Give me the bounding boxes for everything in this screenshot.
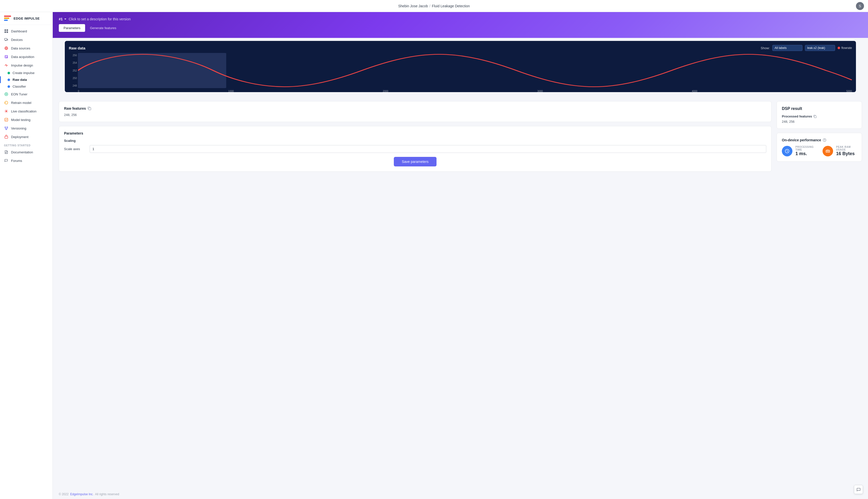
x-tick-1000: 1000 (228, 90, 234, 93)
sidebar-label-forums: Forums (11, 159, 22, 163)
sidebar-item-data-sources[interactable]: Data sources (0, 44, 52, 52)
sidebar-label-versioning: Versioning (11, 126, 26, 130)
sidebar-item-data-acq[interactable]: Data acquisition (0, 52, 52, 61)
svg-rect-18 (5, 136, 8, 138)
dot-raw-data (8, 78, 10, 81)
y-tick-4: 254 (69, 61, 77, 64)
sidebar-item-devices[interactable]: Devices (0, 35, 52, 44)
svg-rect-28 (827, 151, 827, 151)
svg-rect-4 (4, 38, 7, 40)
svg-rect-2 (4, 32, 6, 33)
x-tick-2000: 2000 (383, 90, 388, 93)
x-tick-3000: 3000 (537, 90, 543, 93)
sidebar-label-live: Live classification (11, 109, 36, 113)
retrain-icon (4, 100, 9, 105)
sidebar-label-eon-tuner: EON Tuner (11, 93, 27, 96)
peak-ram-icon (822, 146, 833, 156)
sidebar-item-classifier[interactable]: Classifier (0, 83, 52, 90)
sidebar-item-dashboard[interactable]: Dashboard (0, 27, 52, 35)
show-select[interactable]: All labels (772, 45, 803, 51)
live-icon (4, 109, 9, 113)
sidebar-item-retrain[interactable]: Retrain model (0, 98, 52, 107)
save-parameters-button[interactable]: Save parameters (394, 157, 437, 167)
chat-button[interactable] (854, 485, 863, 494)
copyright: © 2022 (59, 492, 69, 496)
processing-time-item: PROCESSING TIME 1 ms. (782, 146, 817, 156)
raw-features-card: Raw features 248, 256 (59, 101, 772, 122)
avatar[interactable]: S (856, 2, 864, 10)
content-area: Raw features 248, 256 Parameters Scaling… (53, 101, 868, 489)
testing-icon (4, 118, 9, 122)
sidebar-label-data-sources: Data sources (11, 46, 31, 50)
legend-dot (837, 47, 840, 49)
params-title: Parameters (64, 131, 766, 135)
header-separator: / (430, 4, 431, 8)
sidebar-item-versioning[interactable]: Versioning (0, 124, 52, 133)
dot-create-impulse (8, 72, 10, 74)
svg-point-15 (5, 127, 6, 128)
sidebar-label-retrain: Retrain model (11, 101, 32, 105)
file-select[interactable]: leak.s2 (leak) (805, 45, 835, 51)
sidebar-item-live[interactable]: Live classification (0, 107, 52, 115)
logo-icon (4, 15, 11, 21)
svg-rect-29 (828, 151, 828, 151)
header-breadcrumb: Shebin Jose Jacob / Fluid Leakage Detect… (398, 4, 470, 8)
copy-icon[interactable] (87, 107, 92, 110)
sidebar-label-impulse: Impulse design (11, 63, 33, 67)
chart-header: Raw data Show: All labels leak.s2 (leak)… (69, 45, 852, 51)
processed-features-value: 248, 256 (782, 120, 857, 123)
dsp-title: DSP result (782, 107, 857, 111)
doc-icon (4, 150, 9, 154)
sidebar-item-create-impulse[interactable]: Create impulse (0, 70, 52, 76)
sidebar-label-raw-data: Raw data (13, 78, 27, 82)
version-row: #1 Click to set a description for this v… (59, 17, 862, 21)
sidebar-item-deployment[interactable]: Deployment (0, 133, 52, 141)
processing-time-label: PROCESSING TIME (795, 146, 817, 151)
getting-started-label: GETTING STARTED (0, 141, 52, 148)
help-icon (822, 138, 827, 142)
dot-classifier (8, 85, 10, 88)
raw-data-chart: Raw data Show: All labels leak.s2 (leak)… (65, 41, 856, 92)
logo-bar-2 (4, 17, 9, 19)
processed-copy-icon[interactable] (813, 115, 817, 118)
scaling-title: Scaling (64, 139, 766, 143)
sidebar-item-eon-tuner[interactable]: EON Tuner (0, 90, 52, 98)
chart-line (78, 53, 852, 88)
scale-axes-input[interactable] (90, 145, 766, 153)
footer: © 2022 EdgeImpulse Inc. All rights reser… (53, 489, 868, 499)
tab-generate-features[interactable]: Generate features (85, 24, 121, 32)
sidebar-item-docs[interactable]: Documentation (0, 148, 52, 156)
y-tick-3: 252 (69, 69, 77, 72)
sidebar-label-classifier: Classifier (13, 85, 26, 88)
forum-icon (4, 158, 9, 163)
scale-axes-row: Scale axes (64, 145, 766, 153)
eon-icon (4, 92, 9, 96)
parameters-card: Parameters Scaling Scale axes Save param… (59, 126, 772, 172)
processing-time-value: 1 ms. (795, 151, 817, 156)
version-badge: #1 (59, 17, 67, 21)
sidebar-label-dashboard: Dashboard (11, 29, 27, 33)
svg-rect-1 (7, 29, 8, 31)
peak-ram-value: 16 Bytes (836, 151, 857, 156)
sidebar-logo: EDGE IMPULSE (0, 12, 52, 25)
page-header: #1 Click to set a description for this v… (53, 12, 868, 38)
rights-text: All rights reserved (95, 492, 119, 496)
company-link[interactable]: EdgeImpulse Inc. (70, 492, 94, 496)
version-description[interactable]: Click to set a description for this vers… (69, 17, 131, 21)
sidebar-item-testing[interactable]: Model testing (0, 115, 52, 124)
tab-parameters[interactable]: Parameters (59, 24, 85, 32)
sidebar-label-docs: Documentation (11, 150, 33, 154)
sidebar-item-raw-data[interactable]: Raw data (0, 76, 52, 83)
grid-icon (4, 29, 9, 33)
versioning-icon (4, 126, 9, 131)
left-panel: Raw features 248, 256 Parameters Scaling… (59, 101, 772, 484)
logo-bar-1 (4, 15, 11, 17)
sidebar-item-impulse-design[interactable]: Impulse design (0, 61, 52, 70)
raw-features-title: Raw features (64, 107, 766, 110)
sidebar-item-forums[interactable]: Forums (0, 156, 52, 165)
y-tick-5: 256 (69, 54, 77, 57)
sidebar-label-testing: Model testing (11, 118, 31, 122)
header-username: Shebin Jose Jacob (398, 4, 428, 8)
svg-rect-21 (78, 53, 226, 88)
sidebar-label-deployment: Deployment (11, 135, 28, 139)
